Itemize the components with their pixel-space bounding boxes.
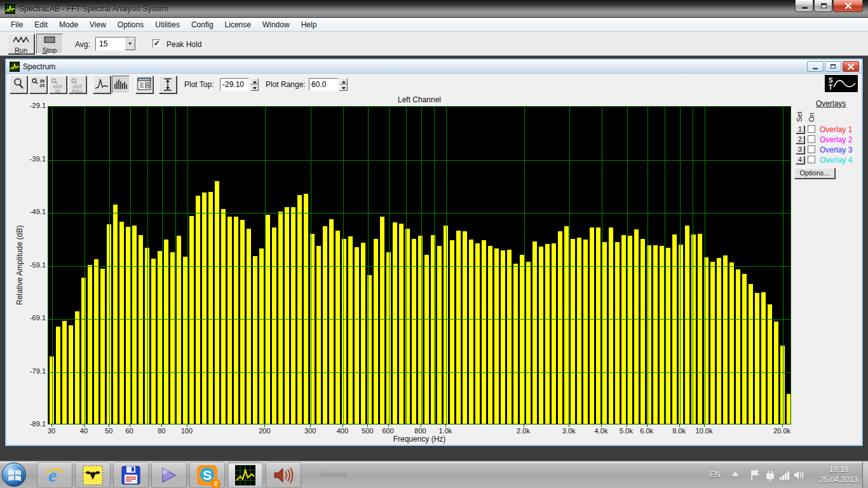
spectrum-titlebar[interactable]: Spectrum [6, 60, 862, 74]
line-plot-button[interactable] [93, 76, 111, 93]
combo-dropdown-icon[interactable]: ▼ [125, 37, 135, 50]
spectrum-bar [342, 239, 346, 424]
overlay-on-checkbox-3[interactable] [808, 146, 815, 153]
show-hidden-icons-arrow[interactable] [732, 471, 738, 476]
language-indicator[interactable]: EN [710, 470, 721, 479]
close-icon [844, 3, 851, 10]
avg-combobox[interactable]: 15 ▼ [95, 37, 136, 51]
plot-range-input[interactable] [309, 78, 338, 91]
chart-title: Left Channel [48, 95, 791, 104]
menu-item-options[interactable]: Options [112, 18, 149, 31]
overlay-set-button-1[interactable]: 1 [796, 125, 804, 133]
spectrum-bar [240, 220, 245, 424]
menu-item-mode[interactable]: Mode [53, 18, 84, 31]
stop-button[interactable]: Stop [36, 34, 63, 54]
spectrum-bar [602, 242, 607, 424]
taskbar-media-player[interactable] [151, 462, 187, 488]
start-button[interactable] [2, 463, 26, 487]
overlay-set-button-2[interactable]: 2 [796, 135, 804, 144]
overlay-label-3: Overlay 3 [820, 146, 852, 154]
vertical-range-icon [162, 78, 173, 92]
taskbar-spectralab[interactable] [227, 462, 263, 488]
spectrum-bar [158, 251, 162, 424]
gridline-vertical [85, 107, 85, 424]
taskbar-skype[interactable]: S 2 [189, 462, 225, 488]
floppy-disk-icon [121, 465, 141, 485]
restore-button[interactable] [814, 0, 832, 12]
show-desktop-button[interactable] [862, 461, 868, 488]
menu-item-license[interactable]: License [219, 18, 257, 31]
x-tick-label: 60 [125, 427, 133, 435]
overlay-on-checkbox-2[interactable] [808, 135, 815, 143]
menu-item-utilities[interactable]: Utilities [149, 18, 186, 31]
gridline-vertical [147, 107, 148, 424]
spectrum-bar [469, 240, 473, 424]
menu-item-help[interactable]: Help [295, 18, 323, 31]
gridline-horizontal [48, 266, 790, 267]
spectrum-restore-button[interactable] [825, 61, 841, 72]
y-scale-button[interactable] [159, 76, 177, 93]
plot-top-input[interactable] [220, 78, 249, 91]
spin-down-icon[interactable] [250, 85, 259, 91]
spectrum-bar [761, 292, 766, 424]
window-title: SpectraLAB - FFT Spectral Analysis Syste… [19, 4, 168, 13]
taskbar-volume-mixer[interactable] [266, 462, 301, 488]
overlay-label-2: Overlay 2 [820, 135, 852, 144]
overlays-options-button[interactable]: Options... [794, 168, 835, 179]
overlays-panel: Overlays Set On 1 Overlay 1 2 Overlay 2 [794, 99, 862, 182]
taskbar-save-tool[interactable] [113, 462, 149, 488]
play-triangle-icon [159, 465, 179, 485]
y-tick-label: -89.1 [30, 420, 46, 428]
zoom-cursor-button[interactable] [10, 76, 27, 93]
spectrum-bar [463, 231, 467, 424]
spectrum-bar [75, 311, 79, 424]
spectrum-bar [710, 262, 715, 424]
spectrum-bar [596, 227, 600, 424]
minimize-button[interactable] [795, 0, 813, 12]
spectrum-bar [685, 226, 689, 424]
bar-plot-button[interactable] [112, 76, 130, 93]
overlay-set-button-3[interactable]: 3 [796, 146, 804, 154]
taskbar-internet-explorer[interactable]: e [37, 462, 72, 488]
power-plug-icon[interactable] [764, 470, 776, 481]
spin-down-icon[interactable] [339, 85, 348, 91]
close-button[interactable] [833, 0, 863, 12]
x-tick-label: 300 [304, 427, 316, 435]
spectrum-bar [272, 227, 276, 424]
network-signal-icon[interactable] [779, 470, 790, 480]
volume-tray-icon[interactable] [794, 470, 805, 480]
overlay-set-button-4[interactable]: 4 [796, 156, 804, 164]
gridline-vertical [109, 107, 110, 424]
zoom-in-2x-button[interactable]: IN 2X [29, 76, 47, 93]
spectrum-bar [221, 209, 226, 424]
overlay-on-checkbox-1[interactable] [808, 125, 815, 133]
clock[interactable]: 19:19 25.04.2013 [820, 464, 858, 485]
spectrum-bar [177, 236, 181, 424]
zoom-out-2x-button[interactable]: OUT 2X [49, 76, 67, 93]
spin-up-icon[interactable] [339, 78, 348, 85]
display-options-button[interactable] [135, 76, 153, 93]
plot-top-spinner[interactable] [250, 78, 259, 91]
action-center-flag-icon[interactable] [750, 470, 760, 481]
menu-item-config[interactable]: Config [186, 18, 219, 31]
spectrum-minimize-button[interactable] [807, 61, 824, 72]
menu-item-file[interactable]: File [5, 18, 29, 31]
taskbar-the-bat[interactable] [75, 462, 111, 488]
plot-range-spinner[interactable] [339, 78, 348, 91]
menu-item-view[interactable]: View [84, 18, 112, 31]
avg-value: 15 [99, 39, 107, 48]
spectrum-window-title: Spectrum [23, 62, 55, 71]
spectrum-plot[interactable] [48, 106, 791, 424]
gridline-horizontal [48, 372, 790, 373]
run-button[interactable]: Run [8, 34, 34, 54]
windows-flag-icon [3, 463, 27, 487]
menu-item-edit[interactable]: Edit [29, 18, 53, 31]
spin-up-icon[interactable] [250, 78, 259, 85]
spectrum-close-button[interactable] [843, 61, 859, 72]
peak-hold-checkbox[interactable] [153, 39, 161, 48]
zoom-out-full-button[interactable]: OUT FULL [69, 76, 86, 93]
menu-item-window[interactable]: Window [257, 18, 295, 31]
overlay-on-checkbox-4[interactable] [808, 156, 815, 163]
spectrum-bar [736, 269, 740, 424]
skype-notification-badge: 2 [211, 479, 220, 488]
